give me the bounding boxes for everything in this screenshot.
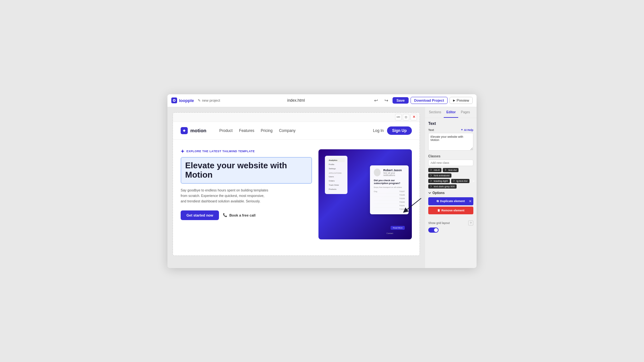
frame-icon-device[interactable]: ⊡	[403, 114, 409, 120]
hero-title: Elevate your website with Motion	[185, 161, 308, 180]
remove-close-icon: ✕	[472, 179, 475, 183]
canvas-area: </> ⊡ ✕ motion Product Feat	[167, 107, 425, 268]
hero-badge: EXPLORE THE LATEST TAILWIND TEMPLATE	[181, 149, 312, 153]
hero-buttons: Get started now 📞 Book a free call	[181, 210, 312, 220]
class-tag-mb8[interactable]: mb-8	[428, 168, 441, 172]
save-button[interactable]: Save	[393, 97, 409, 104]
site-nav-links: Product Features Pricing Company	[219, 128, 373, 133]
class-tag-lgtext6xl[interactable]: lg:text-6xl	[451, 179, 469, 183]
profile-subtitle: See all your notifications	[383, 172, 405, 176]
trash-icon: 🗑	[437, 209, 440, 212]
toggle-knob	[434, 228, 438, 232]
sidebar-products: Products	[327, 187, 345, 191]
frame-icon-code[interactable]: </>	[395, 114, 402, 120]
login-button[interactable]: Log In	[373, 128, 384, 133]
read-more-button[interactable]: Read More	[391, 226, 405, 230]
options-section: Options ⧉ Duplicate element ✕ 🗑 Remove e…	[428, 191, 473, 214]
sub-card-desc: Enjoy free transport on all orders	[374, 186, 405, 189]
sidebar-settings: Settings	[327, 167, 345, 171]
text-label-row: Text ✦ AI Help	[428, 128, 473, 132]
contact-label: Contact	[386, 232, 393, 234]
nav-link-company[interactable]: Company	[279, 128, 295, 133]
app-logo[interactable]: loopple	[171, 97, 194, 103]
sub-card-title: Did you check our subscription program?	[374, 179, 405, 185]
ai-help-button[interactable]: ✦ AI Help	[461, 128, 473, 132]
preview-button[interactable]: ▶ Preview	[450, 97, 473, 104]
sidebar-orders: Orders	[327, 179, 345, 183]
text-input[interactable]: Elevate your website with Motion	[428, 133, 473, 151]
phone-icon: 📞	[223, 213, 227, 217]
right-panel: Sections Editor Pages Text Text ✦ AI Hel…	[425, 107, 477, 268]
book-call-button[interactable]: 📞 Book a free call	[223, 213, 255, 217]
dashboard-sidebar: Analytics Profile Settings APPLICATIONS …	[325, 156, 347, 194]
nav-link-features[interactable]: Features	[239, 128, 254, 133]
panel-section-title: Text	[428, 121, 473, 126]
signup-button[interactable]: Sign Up	[387, 126, 412, 135]
sparkle-icon: ✦	[461, 128, 463, 131]
class-tag-leadingtight[interactable]: leading-tight	[428, 179, 450, 183]
panel-content: Text Text ✦ AI Help Elevate your website…	[425, 118, 477, 268]
class-tag-text4xl[interactable]: text-4xl	[443, 168, 459, 172]
frame-toolbar: </> ⊡ ✕	[173, 113, 420, 122]
frame-icon-close[interactable]: ✕	[411, 114, 417, 120]
filename-label: index.html	[224, 98, 368, 103]
redo-button[interactable]: ↪	[382, 96, 391, 105]
class-tag-textdark[interactable]: text-dark-grey-900	[428, 184, 457, 189]
hero-left: EXPLORE THE LATEST TAILWIND TEMPLATE Ele…	[181, 149, 312, 246]
preview-icon: ▶	[453, 99, 455, 102]
table-row: T0190	[374, 200, 405, 204]
top-bar: loopple ✎ new project index.html ↩ ↪ Sav…	[167, 94, 477, 107]
site-logo: motion	[181, 127, 206, 134]
duplicate-close-icon: ✕	[469, 200, 471, 203]
table-row: T0188	[374, 193, 405, 197]
sidebar-users: Users	[327, 175, 345, 179]
dashboard-preview: Analytics Profile Settings APPLICATIONS …	[318, 149, 412, 239]
panel-tabs: Sections Editor Pages	[425, 107, 477, 118]
classes-label: Classes	[428, 154, 473, 158]
get-started-button[interactable]: Get started now	[181, 210, 219, 220]
sidebar-profile: Profile	[327, 162, 345, 166]
options-title[interactable]: Options	[428, 191, 473, 195]
new-project-label: new project	[202, 98, 220, 102]
hero-description: Say goodbye to endless hours spent on bu…	[181, 188, 271, 204]
hero-title-box[interactable]: Elevate your website with Motion	[181, 157, 312, 184]
tab-sections[interactable]: Sections	[426, 107, 444, 118]
main-area: </> ⊡ ✕ motion Product Feat	[167, 107, 477, 268]
avatar	[374, 169, 381, 176]
grid-layout-section: Show grid layout ?	[428, 218, 473, 226]
grid-layout-label: Show grid layout	[428, 221, 450, 225]
hero-right: Analytics Profile Settings APPLICATIONS …	[318, 149, 412, 246]
sidebar-track-order: Track Order	[327, 183, 345, 187]
grid-toggle[interactable]	[428, 227, 439, 233]
tab-pages[interactable]: Pages	[458, 107, 472, 118]
nav-link-product[interactable]: Product	[219, 128, 232, 133]
new-project-btn[interactable]: ✎ new project	[198, 98, 220, 103]
class-tags: mb-8 text-4xl font-extrabold leading-tig…	[428, 168, 473, 189]
grid-help-button[interactable]: ?	[468, 220, 473, 226]
class-tag-fontextrabold[interactable]: font-extrabold	[428, 173, 451, 178]
undo-button[interactable]: ↩	[372, 96, 380, 105]
remove-button[interactable]: 🗑 Remove element ✕	[428, 207, 473, 214]
duplicate-icon: ⧉	[437, 200, 439, 203]
table-row: T0191	[374, 204, 405, 208]
order-table: Org.T0187 T0188 T0189 T0190 T0191 T0192	[374, 190, 405, 211]
svg-point-2	[174, 100, 175, 101]
add-class-input[interactable]	[428, 160, 473, 166]
text-label: Text	[428, 128, 434, 132]
profile-name: Robert Jason	[383, 169, 405, 172]
duplicate-button[interactable]: ⧉ Duplicate element ✕	[428, 197, 473, 205]
profile-header: Robert Jason See all your notifications	[374, 169, 405, 176]
table-row: T0189	[374, 197, 405, 200]
top-bar-actions: ↩ ↪ Save Download Project ▶ Preview	[372, 96, 473, 105]
site-logo-text: motion	[190, 128, 206, 133]
nav-link-pricing[interactable]: Pricing	[261, 128, 273, 133]
app-logo-text: loopple	[179, 98, 194, 103]
download-button[interactable]: Download Project	[411, 97, 448, 104]
tab-editor[interactable]: Editor	[444, 107, 458, 118]
table-row: Org.T0187	[374, 190, 405, 193]
website-frame: </> ⊡ ✕ motion Product Feat	[173, 112, 420, 256]
hero-badge-text: EXPLORE THE LATEST TAILWIND TEMPLATE	[186, 150, 255, 153]
hero-section: EXPLORE THE LATEST TAILWIND TEMPLATE Ele…	[173, 140, 420, 255]
table-row: T0192	[374, 208, 405, 211]
subscription-card: Robert Jason See all your notifications …	[370, 165, 409, 214]
